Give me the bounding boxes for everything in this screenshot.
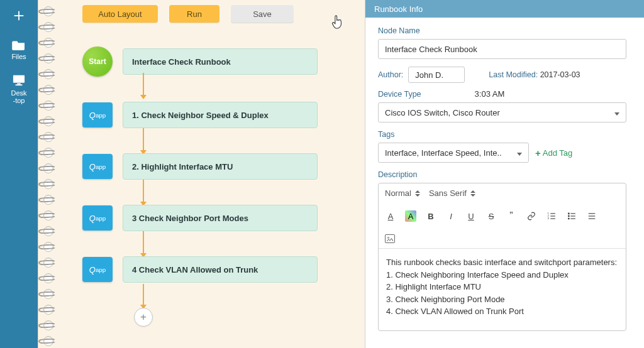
flow-connector [143, 128, 144, 151]
flow-row: Qapp4 Check VLAN Allowed on Trunk [82, 256, 365, 283]
node-name-input[interactable] [378, 39, 626, 59]
editor-toolbar: Normal Sans Serif A A B I U S [379, 183, 626, 249]
device-type-label: Device Type [378, 90, 421, 99]
sort-icon [470, 190, 475, 197]
bullet-list-button[interactable] [566, 210, 577, 222]
last-modified-date: 2017-03-03 [540, 70, 580, 79]
tags-label: Tags [378, 130, 626, 139]
underline-button[interactable]: U [465, 210, 477, 222]
tags-select[interactable]: Interface, Interface Speed, Inte.. [378, 143, 529, 163]
strike-button[interactable]: S [486, 210, 497, 222]
device-type-select[interactable]: Cisco IOS Switch, Cisco Router [378, 102, 626, 122]
canvas-toolbar: Auto Layout Run Save [38, 0, 365, 28]
plus-icon: + [535, 148, 541, 158]
info-panel: Runbook Info Node Name Author: Last Modi… [365, 0, 644, 348]
flow-row: Qapp1. Check Neighbor Speed & Duplex [82, 102, 365, 128]
canvas: Auto Layout Run Save StartInterface Chec… [38, 0, 365, 348]
italic-button[interactable]: I [445, 210, 457, 222]
align-button[interactable] [586, 210, 597, 222]
sort-icon [415, 190, 420, 197]
svg-text:3: 3 [548, 217, 550, 220]
rich-text-editor: Normal Sans Serif A A B I U S [378, 183, 626, 331]
add-tag-button[interactable]: + Add Tag [535, 148, 572, 158]
node-name-label: Node Name [378, 26, 626, 35]
flow-connector [143, 284, 144, 305]
desktop-icon [12, 74, 26, 87]
last-modified-label: Last Modified: [489, 70, 538, 79]
save-button[interactable]: Save [231, 5, 294, 23]
bold-button[interactable]: B [425, 210, 436, 222]
rail-item-label: Files [11, 53, 26, 60]
plus-icon [12, 9, 26, 23]
font-color-button[interactable]: A [385, 210, 396, 222]
svg-rect-3 [17, 84, 20, 85]
rail-item-label: Desk -top [11, 89, 26, 104]
image-button[interactable] [385, 234, 395, 243]
add-step-button[interactable]: + [134, 308, 153, 327]
flow-connector [143, 231, 144, 254]
qapp-node[interactable]: Qapp [82, 205, 113, 231]
highlight-button[interactable]: A [405, 210, 416, 222]
flow-connector [143, 180, 144, 202]
step-box[interactable]: 1. Check Neighbor Speed & Duplex [123, 102, 318, 128]
flow-row: StartInterface Check Runbook [82, 46, 365, 77]
rail-item-desktop[interactable]: Desk -top [0, 65, 38, 109]
tags-value: Interface, Interface Speed, Inte.. [385, 148, 502, 158]
step-box[interactable]: Interface Check Runbook [123, 48, 318, 75]
step-box[interactable]: 4 Check VLAN Allowed on Trunk [123, 256, 318, 283]
link-button[interactable] [526, 210, 537, 222]
folder-icon [12, 39, 26, 50]
panel-title: Runbook Info [365, 0, 644, 18]
paragraph-style-select[interactable]: Normal [385, 188, 420, 198]
chevron-down-icon [614, 108, 619, 117]
svg-point-20 [388, 237, 389, 239]
flow-row: Qapp3 Check Neighbor Port Modes [82, 205, 365, 231]
qapp-node[interactable]: Qapp [82, 102, 113, 128]
qapp-node[interactable]: Qapp [82, 257, 113, 282]
start-node[interactable]: Start [82, 46, 113, 77]
font-family-select[interactable]: Sans Serif [429, 188, 475, 198]
svg-rect-2 [13, 75, 25, 83]
flow: StartInterface Check RunbookQapp1. Check… [38, 28, 365, 327]
flow-row: Qapp2. Highlight Interface MTU [82, 153, 365, 180]
qapp-node[interactable]: Qapp [82, 154, 113, 179]
svg-point-13 [568, 218, 569, 219]
run-button[interactable]: Run [169, 5, 219, 23]
svg-rect-4 [16, 84, 23, 85]
device-type-value: Cisco IOS Switch, Cisco Router [385, 108, 500, 117]
last-modified-time: 3:03 AM [475, 89, 505, 99]
flow-connector [143, 73, 144, 95]
author-input[interactable] [408, 67, 465, 83]
editor-body[interactable]: This runbook checks basic interface and … [379, 249, 626, 330]
rail-item-files[interactable]: Files [0, 30, 38, 65]
step-box[interactable]: 3 Check Neighbor Port Modes [123, 205, 318, 231]
ordered-list-button[interactable]: 123 [546, 210, 557, 222]
svg-point-11 [568, 213, 569, 214]
rail-item-new[interactable] [0, 0, 38, 30]
chevron-down-icon [517, 148, 522, 158]
author-label: Author: [378, 70, 403, 79]
auto-layout-button[interactable]: Auto Layout [82, 5, 158, 23]
description-label: Description [378, 170, 626, 179]
left-rail: Files Desk -top [0, 0, 38, 348]
step-box[interactable]: 2. Highlight Interface MTU [123, 153, 318, 180]
svg-point-12 [568, 215, 569, 217]
add-tag-label: Add Tag [543, 148, 572, 158]
quote-button[interactable]: ” [506, 210, 517, 222]
